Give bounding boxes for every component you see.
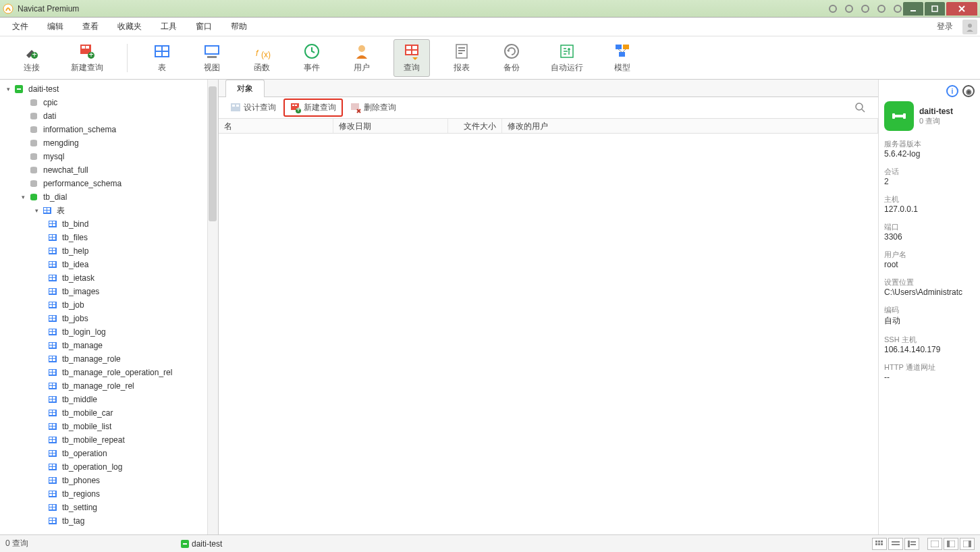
menu-view[interactable]: 查看 <box>73 18 108 35</box>
toolbar-autorun-button[interactable]: 自动运行 <box>543 39 591 77</box>
tree-table[interactable]: tb_setting <box>0 501 218 514</box>
design-query-button[interactable]: 设计查询 <box>224 99 282 116</box>
toolbar-table-button[interactable]: 表 <box>144 39 180 77</box>
menu-favorites[interactable]: 收藏夹 <box>108 18 151 35</box>
tree-database[interactable]: mengding <box>0 136 218 150</box>
toolbar-backup-button[interactable]: 备份 <box>493 39 530 77</box>
table-item-icon <box>47 421 58 432</box>
tree-table[interactable]: tb_mobile_list <box>0 420 218 433</box>
tree-database[interactable]: newchat_full <box>0 163 218 177</box>
status-connection[interactable]: daiti-test <box>178 539 222 549</box>
menu-file[interactable]: 文件 <box>3 18 38 35</box>
tree-table[interactable]: tb_files <box>0 231 218 244</box>
toolbar-query-button[interactable]: 查询 <box>393 39 430 77</box>
close-button[interactable] <box>946 2 977 16</box>
tree-connection[interactable]: ▾ daiti-test <box>0 82 218 96</box>
info-icon[interactable]: i <box>946 85 958 97</box>
tree-table[interactable]: tb_help <box>0 244 218 258</box>
tree-database[interactable]: dati <box>0 109 218 123</box>
tables-node-label: 表 <box>57 205 65 217</box>
user-avatar-icon[interactable] <box>962 20 977 34</box>
svg-point-3 <box>968 24 972 28</box>
view-pane2-button[interactable] <box>944 538 958 550</box>
tree-table[interactable]: tb_manage <box>0 339 218 352</box>
toolbar-function-button[interactable]: f(x) 函数 <box>244 39 280 77</box>
tree-table[interactable]: tb_middle <box>0 393 218 406</box>
toolbar-connect-button[interactable]: + 连接 <box>13 39 50 77</box>
tree-database[interactable]: cpic <box>0 96 218 109</box>
svg-rect-60 <box>49 238 52 240</box>
svg-rect-35 <box>623 45 629 49</box>
database-icon <box>28 124 39 135</box>
tree-table[interactable]: tb_operation <box>0 447 218 460</box>
view-grid-button[interactable] <box>872 538 887 550</box>
toolbar-view-button[interactable]: 视图 <box>194 39 230 77</box>
toolbar-user-button[interactable]: 用户 <box>344 39 380 77</box>
tree-table[interactable]: tb_manage_role_rel <box>0 379 218 393</box>
tree-table[interactable]: tb_manage_role_operation_rel <box>0 366 218 379</box>
table-label: tb_setting <box>62 503 97 512</box>
expand-icon[interactable]: ▾ <box>19 194 27 200</box>
search-icon[interactable] <box>848 103 873 113</box>
column-date[interactable]: 修改日期 <box>333 119 448 133</box>
tree-database-open[interactable]: ▾ tb_dial <box>0 190 218 204</box>
tab-objects[interactable]: 对象 <box>225 80 265 97</box>
view-list-button[interactable] <box>888 538 903 550</box>
database-open-icon <box>28 192 39 202</box>
menu-edit[interactable]: 编辑 <box>38 18 73 35</box>
tree-table[interactable]: tb_job <box>0 298 218 312</box>
tree-table[interactable]: tb_images <box>0 285 218 298</box>
user-icon <box>352 42 371 61</box>
toolbar-model-button[interactable]: 模型 <box>604 39 641 77</box>
menu-tools[interactable]: 工具 <box>151 18 186 35</box>
tree-database[interactable]: performance_schema <box>0 177 218 190</box>
svg-rect-133 <box>49 437 52 439</box>
column-name[interactable]: 名 <box>219 119 333 133</box>
view-pane3-button[interactable] <box>960 538 975 550</box>
new-query-button[interactable]: + 新建查询 <box>283 99 343 117</box>
tree-database[interactable]: mysql <box>0 150 218 163</box>
expand-icon[interactable]: ▾ <box>4 86 12 92</box>
svg-rect-54 <box>53 221 55 223</box>
list-body[interactable] <box>219 134 878 534</box>
minimize-button[interactable] <box>903 2 923 16</box>
svg-rect-111 <box>53 372 55 375</box>
maximize-button[interactable] <box>925 2 945 16</box>
svg-rect-166 <box>53 521 55 523</box>
column-user[interactable]: 修改的用户 <box>502 119 878 133</box>
login-link[interactable]: 登录 <box>930 18 960 35</box>
tree-table[interactable]: tb_ietask <box>0 271 218 285</box>
tree-table[interactable]: tb_tag <box>0 514 218 528</box>
tree-database[interactable]: information_schema <box>0 123 218 136</box>
tree-table[interactable]: tb_login_log <box>0 325 218 339</box>
delete-query-button[interactable]: 删除查询 <box>344 99 402 116</box>
svg-rect-91 <box>53 319 55 321</box>
column-size[interactable]: 文件大小 <box>448 119 502 133</box>
tree-table[interactable]: tb_operation_log <box>0 460 218 474</box>
tree-table[interactable]: tb_mobile_car <box>0 406 218 420</box>
svg-rect-163 <box>49 518 52 520</box>
sidebar-scrollbar[interactable] <box>207 80 218 534</box>
menu-window[interactable]: 窗口 <box>186 18 221 35</box>
tree-table[interactable]: tb_jobs <box>0 312 218 325</box>
expand-icon[interactable]: ▾ <box>32 207 40 214</box>
tree-table[interactable]: tb_mobile_repeat <box>0 433 218 447</box>
tree-table[interactable]: tb_idea <box>0 258 218 271</box>
tree-tables-node[interactable]: ▾ 表 <box>0 204 218 217</box>
toolbar-event-button[interactable]: 事件 <box>294 39 330 77</box>
view-pane1-button[interactable] <box>927 538 942 550</box>
toolbar-new-query-button[interactable]: + 新建查询 <box>63 39 111 77</box>
database-label: mysql <box>43 152 64 161</box>
view-detail-button[interactable] <box>904 538 919 550</box>
tree-table[interactable]: tb_bind <box>0 217 218 231</box>
tree-table[interactable]: tb_phones <box>0 474 218 487</box>
connection-tree-sidebar[interactable]: ▾ daiti-test cpicdatiinformation_schemam… <box>0 80 219 534</box>
eye-icon[interactable]: ◉ <box>962 85 975 97</box>
svg-rect-8 <box>86 46 89 49</box>
tree-table[interactable]: tb_regions <box>0 487 218 501</box>
info-conn-name: daiti-test <box>919 107 953 116</box>
tree-table[interactable]: tb_manage_role <box>0 352 218 366</box>
menu-help[interactable]: 帮助 <box>221 18 256 35</box>
toolbar-report-button[interactable]: 报表 <box>443 39 480 77</box>
table-item-icon <box>47 232 58 243</box>
